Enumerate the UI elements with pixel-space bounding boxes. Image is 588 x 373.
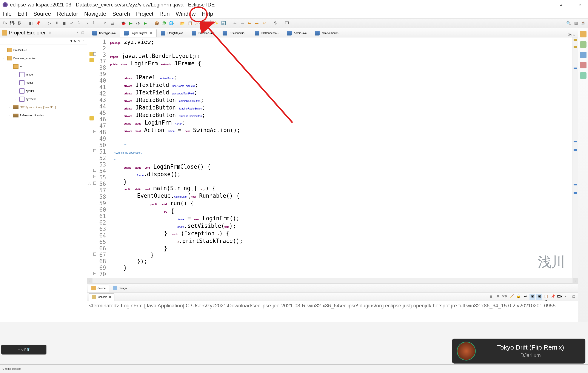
- new-icon[interactable]: 🗋▾: [2, 20, 8, 26]
- toggle-icon[interactable]: ◧: [28, 20, 34, 26]
- tree-item[interactable]: ›zyz.util: [2, 87, 87, 95]
- filter-icon[interactable]: ▽: [78, 40, 80, 43]
- new-iface-icon[interactable]: 🌐▾: [168, 20, 174, 26]
- terminal-icon[interactable]: [580, 72, 587, 79]
- maximize-button[interactable]: ☐: [555, 3, 566, 6]
- menu-run[interactable]: Run: [159, 11, 170, 17]
- coverage-icon[interactable]: ◔▾: [135, 20, 141, 26]
- refresh-icon[interactable]: 🔄: [220, 20, 226, 26]
- show-ws-icon[interactable]: ¶▾: [273, 20, 279, 26]
- minimize-view-icon[interactable]: ▭: [74, 30, 78, 35]
- new-window-icon[interactable]: 🗔: [284, 20, 290, 26]
- editor-tab[interactable]: Admin.java: [283, 29, 311, 37]
- fold-toggle-icon[interactable]: −: [93, 130, 96, 133]
- suspend-icon[interactable]: ⏸: [54, 20, 60, 26]
- nav-fwd-icon[interactable]: ⇨: [239, 20, 245, 26]
- perspective-icon[interactable]: ▦: [573, 20, 579, 26]
- editor-tab[interactable]: UserType.java: [88, 29, 120, 37]
- highlight-icon[interactable]: 🖍▾: [194, 20, 200, 26]
- problems-icon[interactable]: [580, 52, 587, 58]
- clear-console-icon[interactable]: 🧹: [509, 294, 514, 300]
- menu-source[interactable]: Source: [33, 11, 51, 17]
- java-perspective-icon[interactable]: ☕: [580, 20, 586, 26]
- editor-tab[interactable]: BaseDao.java: [188, 29, 219, 37]
- editor-tab[interactable]: StringUtil.java: [157, 29, 188, 37]
- close-console-icon[interactable]: ✕: [109, 296, 111, 298]
- maximize-view-icon[interactable]: ◻: [80, 30, 85, 35]
- word-wrap-icon[interactable]: ↩: [523, 294, 528, 300]
- step-filter-icon[interactable]: ⇶: [109, 20, 115, 26]
- step-over-icon[interactable]: ⤼: [83, 20, 89, 26]
- prev-ann-icon[interactable]: ⬅▾: [246, 20, 252, 26]
- fold-toggle-icon[interactable]: −: [93, 175, 96, 178]
- remove-terminated-icon[interactable]: ✖: [495, 294, 501, 300]
- tree-item[interactable]: ›JRE System Library [JavaSE...]: [2, 103, 87, 111]
- link-editor-icon[interactable]: ⇆: [74, 40, 76, 43]
- scroll-right-icon[interactable]: ›: [573, 278, 578, 284]
- step-into-icon[interactable]: ⤵: [76, 20, 82, 26]
- console-tab[interactable]: Console ✕: [89, 293, 115, 301]
- warning-marker-icon[interactable]: [89, 52, 94, 56]
- fold-toggle-icon[interactable]: −: [93, 169, 96, 172]
- search-field-icon[interactable]: 🔍: [566, 20, 572, 26]
- new-pkg-icon[interactable]: 📦▾: [154, 20, 160, 26]
- fold-toggle-icon[interactable]: −: [93, 253, 96, 256]
- search-icon[interactable]: 🔍: [202, 20, 208, 26]
- view-menu-icon[interactable]: ⋮: [82, 40, 85, 43]
- last-edit-icon[interactable]: ↩: [261, 20, 267, 26]
- tree-item[interactable]: ›model: [2, 79, 87, 87]
- override-marker-icon[interactable]: △: [88, 181, 91, 186]
- close-tab-icon[interactable]: ✕: [149, 31, 152, 35]
- terminate-cbtn[interactable]: ◼: [488, 294, 494, 300]
- close-view-icon[interactable]: ✕: [48, 30, 52, 35]
- tasklist-icon[interactable]: [580, 41, 587, 48]
- debug-icon[interactable]: 🐞▾: [120, 20, 126, 26]
- save-icon[interactable]: 💾▾: [9, 20, 15, 26]
- servers-icon[interactable]: [580, 62, 587, 68]
- remove-all-icon[interactable]: ✖✖: [502, 294, 508, 300]
- tree-item[interactable]: ⌄src: [2, 62, 87, 71]
- warning-marker-icon[interactable]: [89, 116, 94, 120]
- menu-navigate[interactable]: Navigate: [84, 11, 106, 17]
- editor-tab[interactable]: DBConnectio...: [251, 29, 283, 37]
- fold-toggle-icon[interactable]: −: [93, 272, 96, 275]
- minimize-button[interactable]: —: [536, 3, 547, 6]
- menu-window[interactable]: Window: [176, 11, 196, 17]
- drop-frame-icon[interactable]: ↯: [102, 20, 108, 26]
- editor-tab[interactable]: DBconnectio...: [219, 29, 250, 37]
- show-stderr-icon[interactable]: ▣: [536, 294, 542, 300]
- overview-ruler[interactable]: [573, 37, 578, 278]
- close-button[interactable]: ✕: [575, 3, 585, 6]
- scroll-lock-icon[interactable]: 🔒: [516, 294, 521, 300]
- tree-item[interactable]: ›Referenced Libraries: [2, 111, 87, 120]
- open-task-icon[interactable]: 📋: [187, 20, 193, 26]
- media-notification[interactable]: Tokyo Drift (Flip Remix) DJariium: [452, 339, 585, 363]
- warning-marker-icon[interactable]: [89, 58, 94, 62]
- tree-item[interactable]: ⌄Database_exercise: [2, 54, 87, 62]
- tree-item[interactable]: ›image: [2, 71, 87, 79]
- nav-back-icon[interactable]: ⇦: [232, 20, 238, 26]
- terminate-icon[interactable]: ◼: [61, 20, 67, 26]
- pin-icon[interactable]: 📌: [35, 20, 41, 26]
- run-last-icon[interactable]: ▶▾: [142, 20, 148, 26]
- code-text[interactable]: package zyz.view; import java.awt.Border…: [108, 37, 573, 278]
- resume-icon[interactable]: ▷: [46, 20, 52, 26]
- wand-icon[interactable]: ✨: [213, 20, 219, 26]
- editor-tab[interactable]: achievementS...: [311, 29, 344, 37]
- fold-toggle-icon[interactable]: +: [93, 53, 96, 55]
- scroll-left-icon[interactable]: ‹: [87, 278, 93, 284]
- editor-hscrollbar[interactable]: ‹ ›: [87, 278, 578, 284]
- editor-tab[interactable]: LoginFrm.java✕: [120, 29, 157, 37]
- menu-search[interactable]: Search: [112, 11, 130, 17]
- code-editor[interactable]: +−−−−−△−− 1 2 3 37 38 39 40 41 42 43 44 …: [87, 37, 578, 278]
- display-console-icon[interactable]: 🗔▾: [557, 294, 563, 300]
- menu-file[interactable]: File: [3, 11, 12, 17]
- show-stdout-icon[interactable]: ▣: [529, 294, 535, 300]
- min-console-icon[interactable]: ▭: [564, 294, 569, 300]
- max-console-icon[interactable]: ◻: [571, 294, 576, 300]
- bottom-tab-design[interactable]: Design: [110, 285, 130, 292]
- menu-project[interactable]: Project: [136, 11, 153, 17]
- open-type-icon[interactable]: 📂▾: [180, 20, 186, 26]
- new-class-icon[interactable]: Ⓒ▾: [161, 20, 167, 26]
- ime-indicator[interactable]: 中 º, 半 👕: [1, 345, 46, 354]
